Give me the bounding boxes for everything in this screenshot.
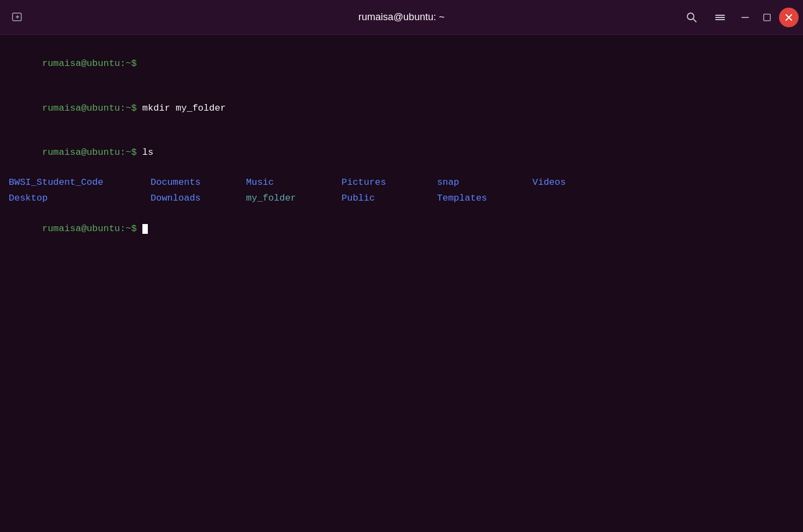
terminal-line-2: rumaisa@ubuntu:~$ mkdir my_folder (9, 86, 794, 131)
ls-item-documents: Documents (151, 175, 246, 191)
ls-item-music: Music (246, 175, 341, 191)
prompt-1: rumaisa@ubuntu:~$ (42, 58, 136, 69)
ls-item-downloads: Downloads (151, 191, 246, 207)
title-bar-left (4, 4, 31, 31)
terminal-body[interactable]: rumaisa@ubuntu:~$ rumaisa@ubuntu:~$ mkdi… (0, 35, 803, 532)
ls-item-public: Public (341, 191, 437, 207)
ls-item-myfolder: my_folder (246, 191, 341, 207)
prompt-3: rumaisa@ubuntu:~$ (42, 147, 136, 158)
svg-line-4 (693, 19, 697, 22)
ls-output: BWSI_Student_Code Documents Music Pictur… (9, 175, 794, 207)
command-5 (137, 223, 142, 234)
ls-item-templates: Templates (437, 191, 532, 207)
ls-item-empty (532, 191, 628, 207)
search-button[interactable] (679, 4, 705, 31)
terminal-window: rumaisa@ubuntu: ~ (0, 0, 803, 532)
ls-item-pictures: Pictures (341, 175, 437, 191)
menu-button[interactable] (707, 4, 733, 31)
terminal-line-3: rumaisa@ubuntu:~$ ls (9, 130, 794, 175)
ls-item-bwsi: BWSI_Student_Code (9, 175, 151, 191)
terminal-line-5: rumaisa@ubuntu:~$ (9, 206, 794, 251)
ls-item-desktop: Desktop (9, 191, 151, 207)
close-button[interactable] (779, 8, 799, 27)
minimize-button[interactable] (735, 8, 755, 27)
title-bar-center: rumaisa@ubuntu: ~ (358, 11, 445, 23)
window-title: rumaisa@ubuntu: ~ (358, 11, 445, 22)
command-3: ls (137, 147, 154, 158)
terminal-line-1: rumaisa@ubuntu:~$ (9, 41, 794, 86)
cursor (142, 224, 148, 234)
prompt-5: rumaisa@ubuntu:~$ (42, 223, 136, 234)
title-bar: rumaisa@ubuntu: ~ (0, 0, 803, 35)
svg-rect-9 (764, 14, 770, 21)
title-bar-right (679, 4, 799, 31)
command-2: mkdir my_folder (137, 103, 226, 113)
prompt-2: rumaisa@ubuntu:~$ (42, 103, 136, 113)
ls-item-videos: Videos (532, 175, 628, 191)
ls-item-snap: snap (437, 175, 532, 191)
new-tab-button[interactable] (4, 4, 31, 31)
maximize-button[interactable] (757, 8, 777, 27)
